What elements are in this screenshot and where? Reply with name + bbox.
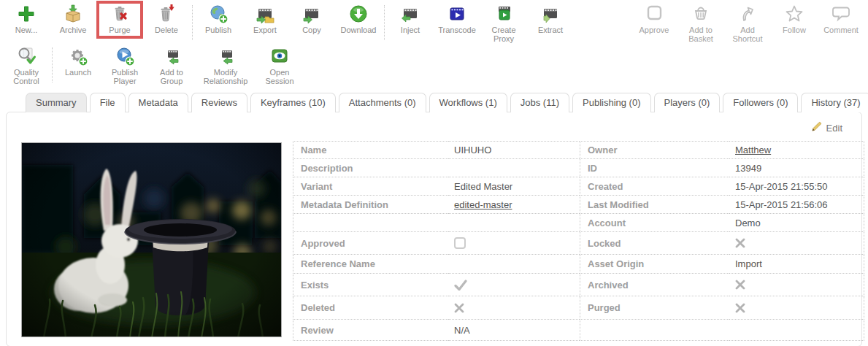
extract-film-icon [540, 3, 561, 25]
toolbar-row-1: New... Archive Purge Delete Publish [5, 3, 868, 43]
launch-button[interactable]: Launch [57, 45, 99, 77]
created-value: 15-Apr-2015 21:55:50 [729, 177, 864, 196]
locked-value [729, 232, 864, 255]
inject-button[interactable]: Inject [389, 3, 431, 34]
metadata-definition-link[interactable]: edited-master [454, 199, 512, 210]
follow-star-icon [784, 3, 804, 25]
tab-keyframes[interactable]: Keyframes (10) [250, 93, 336, 112]
metadata-definition-label: Metadata Definition [293, 196, 448, 214]
owner-label: Owner [580, 141, 729, 159]
last-modified-label: Last Modified [580, 196, 729, 214]
publish-button[interactable]: Publish [197, 3, 239, 34]
tab-followers[interactable]: Followers (0) [723, 93, 798, 112]
review-value: N/A [448, 320, 580, 341]
toolbar: New... Archive Purge Delete Publish [0, 0, 868, 85]
new-button[interactable]: New... [5, 3, 47, 34]
delete-trash-icon [156, 3, 177, 25]
summary-panel: Edit [6, 112, 862, 346]
edit-button[interactable]: Edit [811, 121, 842, 134]
asset-origin-label: Asset Origin [580, 255, 729, 274]
add-to-group-button[interactable]: Add to Group [150, 45, 193, 85]
tab-attachments[interactable]: Attachments (0) [339, 93, 426, 112]
variant-label: Variant [293, 177, 448, 196]
deleted-value [448, 296, 580, 320]
id-value: 13949 [729, 159, 864, 177]
tab-reviews[interactable]: Reviews [191, 93, 247, 112]
last-modified-value: 15-Apr-2015 21:56:06 [729, 196, 864, 214]
empty-cell [293, 214, 448, 232]
open-session-button[interactable]: Open Session [258, 45, 301, 85]
purge-trash-icon [110, 3, 130, 25]
create-proxy-film-icon [493, 3, 514, 25]
id-label: ID [580, 159, 729, 177]
tab-publishing[interactable]: Publishing (0) [572, 93, 651, 112]
extract-button[interactable]: Extract [529, 3, 572, 34]
comment-bubble-icon [831, 3, 851, 25]
tab-file[interactable]: File [90, 93, 126, 112]
new-plus-icon [16, 3, 37, 25]
locked-label: Locked [580, 232, 729, 255]
transcode-button[interactable]: Transcode [436, 3, 478, 34]
details-table: Name UIHUHO Owner Matthew Description ID… [293, 141, 864, 341]
follow-button[interactable]: Follow [773, 3, 815, 34]
add-shortcut-button[interactable]: Add Shortcut [726, 3, 769, 43]
archived-x-icon [735, 280, 745, 290]
description-label: Description [293, 159, 448, 177]
reference-name-label: Reference Name [293, 255, 448, 274]
empty-cell [729, 320, 864, 341]
account-label: Account [580, 214, 729, 232]
inject-film-icon [400, 3, 420, 25]
asset-thumbnail[interactable] [21, 142, 282, 337]
archive-button[interactable]: Archive [52, 3, 94, 34]
tab-history[interactable]: History (37) [801, 93, 868, 112]
locked-x-icon [735, 238, 745, 248]
add-to-basket-button[interactable]: Add to Basket [680, 3, 722, 43]
metadata-definition-value: edited-master [448, 196, 580, 214]
basket-icon [691, 3, 711, 25]
create-proxy-button[interactable]: Create Proxy [483, 3, 525, 43]
tab-jobs[interactable]: Jobs (11) [510, 93, 569, 112]
delete-button[interactable]: Delete [145, 3, 188, 34]
archived-label: Archived [580, 274, 729, 296]
tab-metadata[interactable]: Metadata [128, 93, 188, 112]
empty-cell [448, 214, 580, 232]
toolbar-separator [52, 47, 53, 82]
approved-checkbox[interactable] [454, 237, 466, 249]
name-value: UIHUHO [448, 141, 580, 159]
edit-label: Edit [826, 123, 842, 134]
download-button[interactable]: Download [337, 3, 380, 34]
reference-name-value [448, 255, 580, 274]
deleted-label: Deleted [293, 296, 448, 320]
empty-cell [580, 320, 729, 341]
created-label: Created [580, 177, 729, 196]
purged-label: Purged [580, 296, 729, 320]
toolbar-separator [192, 5, 193, 40]
archived-value [729, 274, 864, 296]
export-film-icon [255, 3, 275, 25]
add-to-group-icon [161, 45, 182, 67]
purge-button[interactable]: Purge [99, 3, 141, 34]
tab-players[interactable]: Players (0) [654, 93, 721, 112]
tab-bar: Summary File Metadata Reviews Keyframes … [26, 93, 868, 112]
modify-relationship-button[interactable]: Modify Relationship [197, 45, 254, 85]
comment-button[interactable]: Comment [820, 3, 862, 34]
approved-value [448, 232, 580, 255]
review-label: Review [293, 320, 448, 341]
pencil-icon [811, 121, 822, 134]
publish-player-button[interactable]: Publish Player [104, 45, 146, 85]
publish-globe-icon [208, 3, 228, 25]
description-value [448, 159, 580, 177]
toolbar-separator [384, 5, 385, 40]
quality-control-button[interactable]: Quality Control [5, 45, 47, 85]
copy-button[interactable]: Copy [291, 3, 333, 34]
export-button[interactable]: Export [244, 3, 286, 34]
approve-button[interactable]: Approve [633, 3, 675, 34]
deleted-x-icon [454, 303, 464, 313]
tab-workflows[interactable]: Workflows (1) [429, 93, 507, 112]
publish-player-icon [115, 45, 135, 67]
rabbit-hat-night-scene [22, 143, 282, 337]
approve-square-icon [644, 3, 664, 25]
name-label: Name [293, 141, 448, 159]
tab-summary[interactable]: Summary [26, 93, 87, 112]
owner-link[interactable]: Matthew [735, 145, 771, 155]
